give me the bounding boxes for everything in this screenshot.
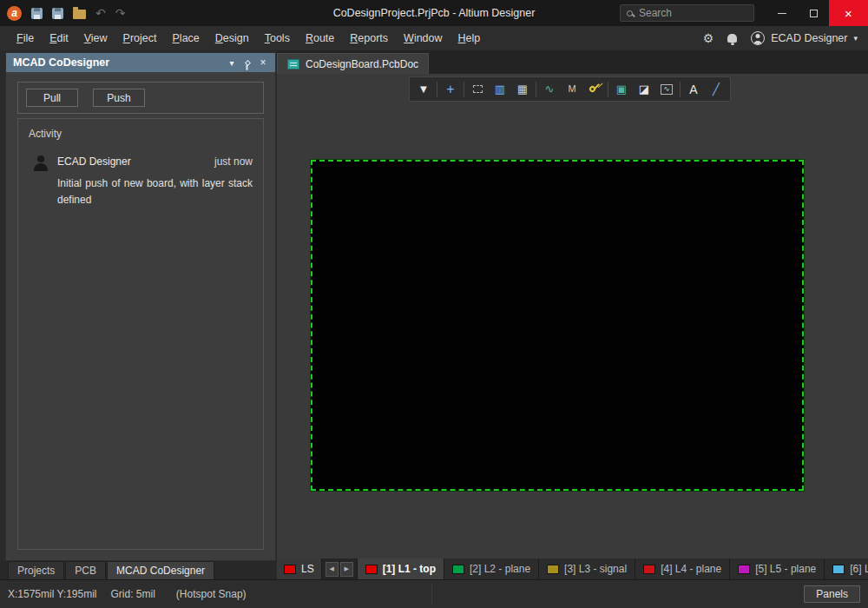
panel-close-button[interactable]: × [255, 55, 271, 70]
string-text-icon[interactable]: A [682, 79, 705, 100]
panel-tab-mcad-codesigner[interactable]: MCAD CoDesigner [107, 561, 214, 579]
pcb-board-outline[interactable] [311, 160, 804, 491]
menu-item-route[interactable]: Route [298, 28, 342, 49]
activity-timestamp: just now [214, 155, 253, 168]
layer-tab-l1-top[interactable]: [1] L1 - top [358, 558, 444, 579]
undo-icon: ↶ [95, 7, 106, 19]
plane-icon[interactable]: ▣ [610, 79, 633, 100]
save-icon [31, 8, 43, 19]
account-menu[interactable]: ECAD Designer ▾ [751, 31, 858, 45]
panel-title: MCAD CoDesigner [13, 56, 224, 69]
toolbar-separator [464, 82, 464, 97]
search-input[interactable] [639, 7, 747, 19]
document-tabbar: CoDesignBoard.PcbDoc [277, 50, 868, 74]
open-button[interactable] [73, 7, 86, 19]
altium-logo-icon [7, 6, 22, 21]
measure-icon[interactable]: ∿ [655, 79, 678, 100]
grid-icon[interactable]: ▦ [511, 79, 534, 100]
line-icon[interactable]: ╱ [705, 79, 727, 100]
close-button[interactable]: × [829, 0, 868, 26]
layer-tab-l3-signal[interactable]: [3] L3 - signal [539, 558, 635, 579]
search-box[interactable] [620, 4, 754, 22]
activity-header: Activity [29, 128, 253, 140]
graph-box-icon: ∿ [661, 84, 673, 95]
panel-dropdown-button[interactable]: ▾ [224, 55, 240, 70]
panel-tab-label: MCAD CoDesigner [116, 565, 205, 577]
menu-item-place[interactable]: Place [165, 28, 207, 49]
close-icon: × [260, 56, 266, 69]
save-all-button[interactable] [52, 8, 63, 19]
panels-button[interactable]: Panels [804, 585, 860, 603]
layer-color-swatch [643, 565, 655, 574]
menu-item-reports[interactable]: Reports [342, 28, 396, 49]
layer-sets-tab[interactable]: LS [277, 558, 322, 579]
chevron-right-icon: ▶ [344, 565, 348, 572]
menu-item-tools[interactable]: Tools [257, 28, 298, 49]
layer-tab-label: [1] L1 - top [383, 563, 436, 575]
panel-tab-pcb[interactable]: PCB [65, 561, 106, 579]
toolbar-separator [680, 82, 681, 97]
menu-item-design[interactable]: Design [207, 28, 257, 49]
layer-tab-l2-plane[interactable]: [2] L2 - plane [444, 558, 539, 579]
route-icon[interactable]: ∿ [538, 79, 561, 100]
layer-color-swatch [284, 565, 296, 574]
menu-item-file[interactable]: File [9, 28, 42, 49]
panel-pin-button[interactable] [240, 55, 255, 70]
panel-tab-projects[interactable]: Projects [8, 561, 64, 579]
pull-button[interactable]: Pull [26, 89, 78, 107]
person-icon [33, 155, 49, 173]
tab-codesignboard-pcbdoc[interactable]: CoDesignBoard.PcbDoc [277, 53, 429, 74]
crosshair-icon[interactable]: + [439, 79, 462, 100]
layer-tab-label: [6] L6 - plane [850, 563, 868, 575]
layer-bar: LS ◀ ▶ [1] L1 - top [2] L2 - plane [3] L… [277, 558, 868, 579]
menu-item-view[interactable]: View [76, 28, 115, 49]
toolbar-separator [536, 82, 536, 97]
menu-item-edit[interactable]: Edit [42, 28, 76, 49]
open-folder-icon [73, 10, 86, 19]
pull-push-toolbar: Pull Push [17, 82, 264, 114]
scroll-left-button[interactable]: ◀ [326, 562, 339, 577]
layer-tab-l5-plane[interactable]: [5] L5 - plane [730, 558, 825, 579]
notifications-bell-icon[interactable] [727, 34, 737, 43]
pcb-canvas[interactable]: ▼ + ▥ ▦ ∿ M ▣ ◪ ∿ A ╱ [277, 74, 868, 558]
dashed-rect-icon [473, 85, 483, 93]
minimize-button[interactable] [766, 0, 798, 26]
slice-icon[interactable]: ◪ [633, 79, 655, 100]
document-tab-label: CoDesignBoard.PcbDoc [306, 58, 418, 70]
toolbar-separator [437, 82, 437, 97]
maximize-button[interactable] [798, 0, 829, 26]
activity-message: Initial push of new board, with layer st… [57, 175, 253, 208]
activity-list: Activity ECAD Designer just now Initial … [17, 118, 264, 550]
histogram-icon[interactable]: ▥ [489, 79, 511, 100]
mcad-codesigner-panel: MCAD CoDesigner ▾ × Pull Push Activity E… [5, 52, 276, 561]
layer-tab-label: [2] L2 - plane [470, 563, 530, 575]
grid-setting: Grid: 5mil [111, 588, 155, 600]
statusbar: X:1575mil Y:195mil Grid: 5mil (Hotspot S… [0, 579, 868, 608]
layer-tab-l6-plane[interactable]: [6] L6 - plane [825, 558, 868, 579]
panel-header: MCAD CoDesigner ▾ × [6, 53, 275, 72]
undo-button[interactable]: ↶ [95, 7, 106, 19]
settings-gear-icon[interactable]: ⚙ [703, 32, 714, 44]
menu-item-project[interactable]: Project [115, 28, 165, 49]
redo-button[interactable]: ↷ [115, 7, 126, 19]
layer-tab-l4-plane[interactable]: [4] L4 - plane [635, 558, 730, 579]
activity-item[interactable]: ECAD Designer just now Initial push of n… [29, 155, 253, 208]
differential-pair-icon[interactable]: M [561, 79, 583, 100]
key-shape-icon [588, 85, 596, 94]
pin-icon [244, 59, 250, 65]
panel-tab-label: PCB [75, 565, 96, 577]
push-button[interactable]: Push [93, 89, 145, 107]
pcbdoc-icon [287, 59, 299, 69]
scroll-right-button[interactable]: ▶ [340, 562, 353, 577]
layer-tab-label: [3] L3 - signal [564, 563, 627, 575]
save-button[interactable] [31, 8, 43, 19]
layer-color-swatch [832, 565, 845, 574]
chevron-down-icon: ▾ [853, 34, 858, 43]
menu-item-window[interactable]: Window [396, 28, 450, 49]
filter-icon[interactable]: ▼ [412, 79, 435, 100]
save-all-icon [52, 8, 63, 19]
menu-item-help[interactable]: Help [450, 28, 489, 49]
select-area-icon[interactable] [466, 79, 489, 100]
layer-tab-label: [4] L4 - plane [661, 563, 721, 575]
key-icon[interactable] [583, 79, 606, 100]
